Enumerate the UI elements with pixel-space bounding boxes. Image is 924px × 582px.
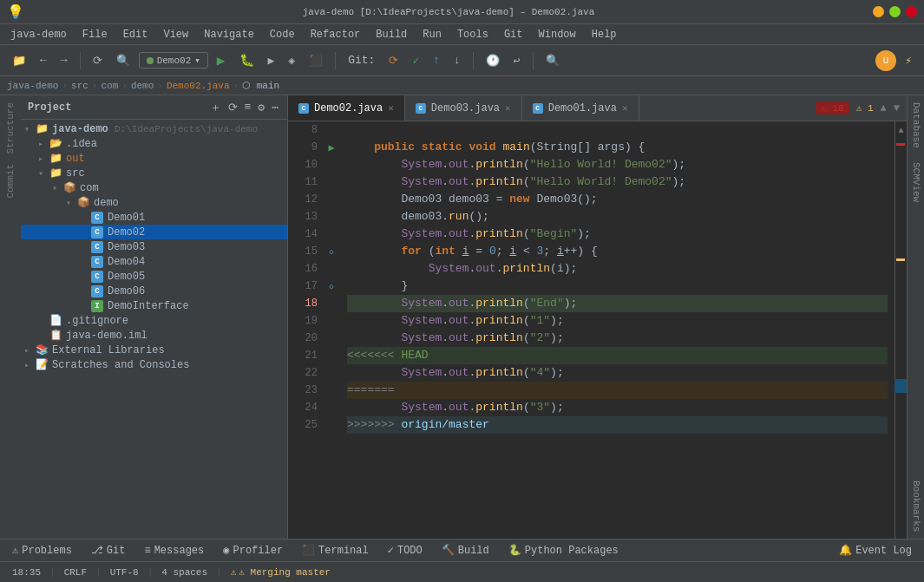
forward-button[interactable]: →: [56, 52, 73, 69]
status-line-ending[interactable]: CRLF: [59, 567, 92, 578]
status-indent[interactable]: 4 spaces: [156, 567, 213, 578]
tree-item-out[interactable]: ▸ 📁 out: [21, 151, 287, 166]
tree-item-Demo03[interactable]: ▸ C Demo03: [21, 239, 287, 254]
tree-item-iml[interactable]: ▸ 📋 java-demo.iml: [21, 328, 287, 343]
tree-item-demo[interactable]: ▾ 📦 demo: [21, 195, 287, 210]
scroll-thumb[interactable]: [895, 379, 907, 393]
search-everywhere-button[interactable]: 🔍: [541, 52, 565, 69]
event-log-tab[interactable]: 🔔 Event Log: [830, 542, 921, 559]
tree-item-Demo01[interactable]: ▸ C Demo01: [21, 210, 287, 225]
project-icon[interactable]: 📁: [7, 52, 31, 69]
tree-item-gitignore[interactable]: ▸ 📄 .gitignore: [21, 313, 287, 328]
maximize-button[interactable]: [889, 6, 901, 17]
menu-tools[interactable]: Tools: [450, 27, 495, 43]
run-with-coverage-button[interactable]: ▶: [263, 52, 280, 69]
database-panel-toggle[interactable]: Database: [909, 95, 923, 155]
code-content[interactable]: public static void main(String[] args) {…: [340, 121, 895, 539]
tree-item-ext-libs[interactable]: ▸ 📚 External Libraries: [21, 343, 287, 357]
menu-code[interactable]: Code: [263, 27, 302, 43]
scroll-top-button[interactable]: ▲: [895, 121, 907, 139]
tab-close-demo01[interactable]: ✕: [622, 102, 628, 114]
tree-item-Demo02[interactable]: ▸ C Demo02: [21, 225, 287, 239]
problems-tab[interactable]: ⚠ Problems: [3, 542, 81, 559]
menu-help[interactable]: Help: [585, 27, 624, 43]
breadcrumb-com[interactable]: com: [101, 81, 118, 91]
stop-button[interactable]: ⬛: [304, 52, 328, 69]
search-button[interactable]: 🔍: [111, 52, 135, 69]
tree-item-scratches[interactable]: ▸ 📝 Scratches and Consoles: [21, 357, 287, 372]
tree-item-Demo06[interactable]: ▸ C Demo06: [21, 284, 287, 298]
menu-run[interactable]: Run: [416, 27, 449, 43]
sidebar-settings-icon[interactable]: ⚙: [256, 99, 266, 116]
breadcrumb-src[interactable]: src: [71, 81, 88, 91]
tree-item-DemoInterface[interactable]: ▸ I DemoInterface: [21, 298, 287, 313]
sidebar-sync-icon[interactable]: ⟳: [226, 99, 239, 116]
git-merge-icon: ⚠: [231, 566, 237, 578]
history-button[interactable]: 🕐: [481, 52, 505, 69]
tree-item-src[interactable]: ▾ 📁 src: [21, 166, 287, 180]
run-config-selector[interactable]: Demo02 ▾: [139, 52, 208, 69]
tab-close-demo03[interactable]: ✕: [505, 102, 511, 114]
status-charset[interactable]: UTF-8: [105, 567, 144, 578]
tree-item-Demo04[interactable]: ▸ C Demo04: [21, 254, 287, 269]
git-update[interactable]: ⟳: [383, 52, 403, 69]
menu-build[interactable]: Build: [369, 27, 414, 43]
todo-tab[interactable]: ✓ TODO: [379, 542, 431, 559]
sidebar-collapse-icon[interactable]: ≡: [243, 99, 253, 115]
menu-git[interactable]: Git: [497, 27, 530, 43]
structure-panel-toggle[interactable]: Structure: [3, 99, 17, 157]
menu-file[interactable]: File: [75, 27, 115, 43]
tree-item-Demo05[interactable]: ▸ C Demo05: [21, 269, 287, 284]
tab-demo03[interactable]: C Demo03.java ✕: [405, 95, 522, 121]
git-tab[interactable]: ⎇ Git: [82, 542, 134, 559]
breadcrumb-file[interactable]: Demo02.java: [167, 81, 230, 91]
menu-refactor[interactable]: Refactor: [304, 27, 368, 43]
tab-demo01[interactable]: C Demo01.java ✕: [522, 95, 639, 121]
back-button[interactable]: ←: [35, 52, 52, 69]
menu-view[interactable]: View: [156, 27, 195, 43]
run-button[interactable]: ▶: [212, 50, 231, 71]
breadcrumb-demo[interactable]: demo: [131, 81, 154, 91]
scroll-up-icon[interactable]: ▲: [881, 102, 887, 114]
scroll-gutter[interactable]: [895, 139, 907, 539]
scroll-down-icon[interactable]: ▼: [894, 102, 900, 114]
undo-button[interactable]: ↩: [508, 52, 526, 69]
profile-button[interactable]: ◈: [283, 52, 300, 69]
messages-tab[interactable]: ≡ Messages: [135, 543, 213, 559]
tab-close-demo02[interactable]: ✕: [388, 102, 394, 114]
scmview-panel-toggle[interactable]: SCMView: [909, 155, 923, 209]
notifications-button[interactable]: ⚡: [900, 52, 917, 69]
tree-item-java-demo-root[interactable]: ▾ 📁 java-demo D:\IdeaProjects\java-demo: [21, 121, 287, 136]
git-pull[interactable]: ↓: [449, 52, 466, 69]
menu-window[interactable]: Window: [532, 27, 583, 43]
code-line-15: for (int i = 0; i < 3; i++) {: [347, 243, 888, 260]
debug-button[interactable]: 🐛: [234, 51, 259, 69]
status-git-merge[interactable]: ⚠ ⚠ Merging master: [226, 566, 336, 578]
user-avatar[interactable]: U: [875, 50, 896, 71]
breadcrumb-method[interactable]: ⬡ main: [242, 80, 279, 91]
python-packages-tab[interactable]: 🐍 Python Packages: [500, 542, 627, 559]
bookmarks-panel-toggle[interactable]: Bookmarks: [909, 474, 923, 539]
minimize-button[interactable]: [873, 6, 884, 17]
sidebar-more-icon[interactable]: ⋯: [270, 99, 280, 116]
profiler-tab[interactable]: ◉ Profiler: [214, 542, 292, 559]
code-editor[interactable]: 8 9 10 11 12 13 14 15 16 17 18 19 20 21 …: [288, 121, 907, 539]
status-line-col[interactable]: 18:35: [7, 567, 46, 578]
git-commit[interactable]: ✓: [407, 52, 424, 69]
menu-navigate[interactable]: Navigate: [197, 27, 261, 43]
commit-panel-toggle[interactable]: Commit: [3, 160, 17, 202]
idea-folder-icon: 📂: [49, 137, 62, 150]
build-tab[interactable]: 🔨 Build: [433, 542, 498, 559]
menu-edit[interactable]: Edit: [116, 27, 155, 43]
sidebar-add-icon[interactable]: ＋: [208, 98, 223, 117]
breadcrumb-project[interactable]: java-demo: [7, 81, 58, 91]
code-line-13: demo03.run();: [347, 208, 888, 226]
menu-java-demo[interactable]: java-demo: [3, 27, 74, 43]
tab-demo02[interactable]: C Demo02.java ✕: [288, 95, 405, 121]
tree-item-com[interactable]: ▾ 📦 com: [21, 180, 287, 195]
tree-item-idea[interactable]: ▸ 📂 .idea: [21, 136, 287, 151]
close-button[interactable]: [906, 6, 917, 17]
sync-button[interactable]: ⟳: [88, 52, 108, 69]
git-push[interactable]: ↑: [428, 52, 445, 69]
terminal-tab[interactable]: ⬛ Terminal: [293, 542, 377, 559]
